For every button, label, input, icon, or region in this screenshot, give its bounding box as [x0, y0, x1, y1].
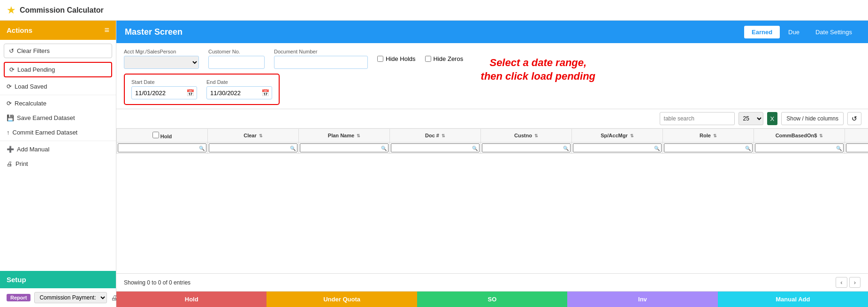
save-icon: 💾 [7, 114, 14, 121]
bottom-bar: Showing 0 to 0 of 0 entries ‹ › [116, 273, 868, 291]
hide-zeros-label[interactable]: Hide Zeros [425, 55, 464, 62]
col-role: Role ⇅ [663, 129, 754, 142]
recalculate-icon: ⟳ [7, 100, 12, 107]
prev-page-button[interactable]: ‹ [836, 277, 847, 288]
customer-no-group: Customer No. [208, 49, 265, 69]
no-data-row: No da [117, 154, 868, 168]
actions-label: Actions [7, 26, 32, 34]
load-pending-icon: ⟳ [9, 66, 15, 73]
filter-act-comm[interactable] [846, 143, 868, 152]
table-filter-row: 🔍 🔍 🔍 🔍 🔍 [117, 142, 868, 154]
customer-no-input[interactable] [208, 56, 265, 69]
main-layout: Actions ≡ ↺ Clear Filters ⟳ Load Pending… [0, 21, 868, 307]
hide-holds-text: Hide Holds [386, 55, 416, 62]
menu-icon[interactable]: ≡ [104, 25, 109, 35]
star-icon: ★ [7, 4, 16, 16]
start-date-calendar-icon[interactable]: 📅 [186, 89, 194, 97]
filter-clear[interactable] [209, 143, 297, 152]
end-date-label: End Date [206, 79, 272, 85]
date-range-box: Start Date 📅 End Date 📅 [124, 74, 280, 105]
col-custno: Custno ⇅ [481, 129, 572, 142]
hide-holds-checkbox[interactable] [377, 56, 383, 62]
commission-payment-select[interactable]: Commission Payment: [34, 292, 107, 303]
filter-hold[interactable] [118, 143, 206, 152]
commit-earned-label: Commit Earned Dataset [13, 129, 78, 136]
content-area: Master Screen Earned Due Date Settings S… [116, 21, 868, 307]
commit-earned-button[interactable]: ↑ Commit Earned Dataset [0, 125, 116, 140]
save-earned-label: Save Earned Dataset [17, 114, 75, 121]
load-pending-button[interactable]: ⟳ Load Pending [4, 62, 112, 77]
recalculate-button[interactable]: ⟳ Recalculate [0, 96, 116, 111]
col-doc-num: Doc # ⇅ [390, 129, 481, 142]
print-label: Print [15, 160, 28, 167]
setup-label: Setup [7, 276, 26, 284]
next-page-button[interactable]: › [849, 277, 860, 288]
divider2 [0, 141, 116, 141]
col-hold: Hold [117, 129, 208, 142]
setup-body: Report Commission Payment: 🖨 [0, 288, 116, 307]
clear-filters-button[interactable]: ↺ Clear Filters [4, 44, 112, 58]
acct-mgr-label: Acct Mgr./SalesPerson [124, 49, 199, 54]
col-plan-name: Plan Name ⇅ [299, 129, 390, 142]
add-manual-button[interactable]: ➕ Add Manual [0, 142, 116, 157]
filter-custno[interactable] [482, 143, 571, 152]
sidebar: Actions ≡ ↺ Clear Filters ⟳ Load Pending… [0, 21, 116, 307]
clear-filters-label: Clear Filters [17, 47, 50, 54]
rows-per-page-select[interactable]: 251050100 [739, 112, 763, 125]
hide-holds-label[interactable]: Hide Holds [377, 55, 416, 62]
actions-header: Actions ≡ [0, 21, 116, 40]
table-toolbar: 251050100 X Show / hide columns ↺ [116, 109, 868, 128]
table-search-input[interactable] [660, 112, 735, 125]
load-saved-button[interactable]: ⟳ Load Saved [0, 79, 116, 94]
load-saved-label: Load Saved [15, 83, 47, 90]
acct-mgr-select[interactable] [124, 56, 199, 69]
hide-zeros-checkbox[interactable] [425, 56, 431, 62]
divider1 [0, 95, 116, 95]
col-sp-accmgr: Sp/AccMgr ⇅ [572, 129, 663, 142]
legend-manual-add: Manual Add [718, 292, 868, 307]
hide-zeros-text: Hide Zeros [434, 55, 464, 62]
save-earned-button[interactable]: 💾 Save Earned Dataset [0, 111, 116, 125]
pagination-buttons: ‹ › [836, 277, 860, 288]
filter-role[interactable] [664, 143, 753, 152]
load-pending-label: Load Pending [17, 66, 55, 73]
end-date-calendar-icon[interactable]: 📅 [261, 89, 269, 97]
clear-filters-icon: ↺ [9, 47, 14, 54]
col-hold-label: Hold [160, 134, 172, 139]
print-button[interactable]: 🖨 Print [0, 157, 116, 171]
hold-select-all-checkbox[interactable] [152, 132, 159, 138]
table-header-row: Hold Clear ⇅ Plan Name ⇅ Doc # ⇅ Custno … [117, 129, 868, 142]
col-act-comm-per: Act CommPer ⇅ [845, 129, 868, 142]
legend-inv: Inv [567, 292, 717, 307]
end-date-wrap: 📅 [206, 86, 272, 99]
legend-bar: Hold Under Quota SO Inv Manual Add [116, 291, 868, 307]
filter-sp-accmgr[interactable] [573, 143, 662, 152]
load-saved-icon: ⟳ [7, 83, 12, 90]
filter-plan-name[interactable] [300, 143, 388, 152]
start-date-wrap: 📅 [131, 86, 197, 99]
tab-date-settings[interactable]: Date Settings [808, 26, 860, 38]
filter-row1: Acct Mgr./SalesPerson Customer No. Docum… [124, 49, 860, 69]
excel-export-button[interactable]: X [767, 112, 778, 125]
showing-entries-text: Showing 0 to 0 of 0 entries [124, 279, 190, 286]
tab-due[interactable]: Due [781, 26, 807, 38]
filter-comm-based[interactable] [755, 143, 844, 152]
refresh-button[interactable]: ↺ [847, 112, 861, 125]
filter-area: Acct Mgr./SalesPerson Customer No. Docum… [116, 43, 868, 109]
print-icon: 🖨 [7, 160, 13, 167]
filter-doc-num[interactable] [391, 143, 480, 152]
tab-earned[interactable]: Earned [744, 26, 780, 38]
master-screen-title: Master Screen [125, 27, 183, 37]
show-hide-columns-button[interactable]: Show / hide columns [781, 112, 844, 125]
top-header: ★ Commission Calculator [0, 0, 868, 21]
checkbox-group: Hide Holds Hide Zeros [377, 55, 463, 62]
commit-icon: ↑ [7, 129, 10, 136]
report-badge[interactable]: Report [7, 294, 30, 301]
doc-number-input[interactable] [274, 56, 368, 69]
add-manual-label: Add Manual [17, 146, 49, 153]
data-table: Hold Clear ⇅ Plan Name ⇅ Doc # ⇅ Custno … [116, 128, 868, 168]
add-icon: ➕ [7, 146, 14, 153]
legend-hold: Hold [116, 292, 266, 307]
end-date-group: End Date 📅 [206, 79, 272, 99]
start-date-label: Start Date [131, 79, 197, 85]
